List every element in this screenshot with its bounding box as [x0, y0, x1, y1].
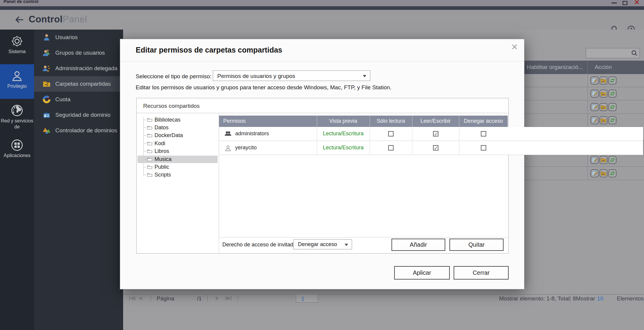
folder-permissions-action-button[interactable] [599, 156, 608, 164]
search-icon [631, 50, 638, 56]
tree-item-dockerdata[interactable]: DockerData [137, 132, 218, 139]
solo-lectura-checkbox[interactable] [388, 145, 394, 151]
sync-action-button[interactable] [608, 90, 617, 98]
perm-column-header: Vista previa [317, 118, 370, 124]
menu-item-label: Usuarios [55, 34, 78, 41]
dialog-close-icon[interactable]: ✕ [511, 42, 518, 52]
menu-item-label: Seguridad de dominio [55, 112, 111, 118]
apply-button[interactable]: Aplicar [394, 266, 450, 280]
sync-action-button[interactable] [608, 156, 617, 164]
top-dark-strip [0, 6, 644, 10]
menu-item-seguridad-de-dominio[interactable]: Seguridad de dominio [34, 107, 123, 123]
column-divider [588, 61, 588, 180]
edit-action-button[interactable] [591, 76, 599, 85]
page-label: Página [157, 295, 174, 302]
edit-action-button[interactable] [591, 169, 599, 177]
next-page-icon[interactable] [216, 296, 219, 300]
sync-action-button[interactable] [608, 76, 617, 85]
edit-action-button[interactable] [591, 116, 599, 124]
page-size-value[interactable]: 10 [597, 295, 603, 302]
divider [412, 127, 412, 141]
folder-icon [147, 141, 152, 146]
rail-item-sistema[interactable]: Sistema [0, 30, 34, 64]
perm-preview-value: Lectura/Escritura [317, 131, 370, 137]
folder-permissions-action-button[interactable] [599, 169, 608, 177]
minimize-icon[interactable] [611, 2, 617, 4]
tree-connector [143, 120, 146, 120]
page-number-value: 1 [301, 296, 305, 302]
dialog-description: Editar los permisos de usuarios y grupos… [136, 84, 391, 91]
tree-item-label: Musica [155, 156, 172, 162]
user-icon [224, 145, 232, 151]
remove-button[interactable]: Quitar [449, 239, 504, 251]
page-total: /1 [197, 295, 202, 302]
denegar-acceso-checkbox[interactable] [481, 131, 486, 136]
menu-item-usuarios[interactable]: Usuarios [34, 30, 123, 45]
menu-item-grupos-de-usuarios[interactable]: Grupos de usuarios [34, 45, 123, 61]
guest-access-label: Derecho de acceso de invitado: [222, 242, 298, 248]
denegar-acceso-checkbox[interactable] [481, 145, 486, 151]
folder-tree: BibliotecasDatosDockerDataKodiLibrosMusi… [137, 113, 219, 254]
divider [459, 141, 459, 155]
tree-item-scripts[interactable]: Scripts [137, 171, 218, 179]
perm-row-administrators[interactable]: administratorsLectura/Escritura [219, 127, 643, 141]
back-arrow-icon[interactable] [15, 15, 24, 24]
sync-action-button[interactable] [608, 169, 617, 177]
rail-item-aplicaciones[interactable]: Aplicaciones [0, 133, 34, 168]
menu-item-cuota[interactable]: Cuota [34, 92, 123, 107]
divider [317, 116, 317, 127]
menu-item-label: Carpetas compartidas [55, 81, 111, 87]
tree-item-musica[interactable]: Musica [137, 156, 218, 163]
maximize-icon[interactable] [622, 1, 628, 5]
tree-item-datos[interactable]: Datos [137, 124, 218, 131]
users-icon [42, 49, 51, 57]
tree-item-kodi[interactable]: Kodi [137, 140, 218, 147]
tree-connector [143, 135, 146, 136]
close-window-icon[interactable]: ✕ [634, 0, 640, 6]
sync-action-button[interactable] [608, 116, 617, 124]
menu-item-controlador-de-dominios[interactable]: Controlador de dominios [34, 123, 123, 138]
folder-permissions-action-button[interactable] [599, 116, 608, 124]
folder-icon [147, 172, 152, 177]
guest-access-select[interactable]: Denegar acceso [293, 239, 352, 249]
chevron-down-icon [345, 244, 348, 246]
window-title: Panel de control [4, 0, 39, 4]
divider [207, 295, 208, 302]
apps-icon [11, 139, 23, 151]
show-label: Mostrar [576, 295, 595, 302]
background-search-input[interactable] [586, 48, 640, 58]
leer-escribir-checkbox[interactable] [433, 145, 438, 151]
permission-type-select[interactable]: Permisos de usuarios y grupos [213, 70, 370, 81]
folder-permissions-action-button[interactable] [599, 90, 608, 98]
perm-row-yeraycito[interactable]: yeraycitoLectura/Escritura [219, 141, 643, 155]
edit-action-button[interactable] [591, 103, 599, 111]
solo-lectura-checkbox[interactable] [388, 131, 394, 136]
tree-item-libros[interactable]: Libros [137, 148, 218, 155]
tree-connector [143, 159, 146, 159]
divider [412, 141, 412, 155]
folder-permissions-action-button[interactable] [599, 76, 608, 85]
rail-item-red-servicios[interactable]: Red y servicios de [0, 99, 34, 133]
prev-page-icon[interactable] [139, 296, 142, 300]
menu-item-administracion-delegada[interactable]: Administración delegada [34, 61, 123, 76]
page-number-input[interactable]: 1 [296, 294, 318, 303]
sync-action-button[interactable] [608, 103, 617, 111]
divider [412, 116, 412, 127]
tree-item-bibliotecas[interactable]: Bibliotecas [137, 116, 218, 124]
leer-escribir-checkbox[interactable] [433, 131, 438, 136]
add-button[interactable]: Añadir [391, 239, 445, 251]
edit-action-button[interactable] [591, 90, 599, 98]
first-page-icon[interactable] [129, 296, 135, 300]
perm-column-header: Denegar acceso [459, 118, 508, 124]
divider [570, 295, 570, 302]
delegate-icon [42, 64, 51, 73]
last-page-icon[interactable] [225, 296, 232, 300]
tree-connector [143, 175, 146, 175]
menu-item-carpetas-compartidas[interactable]: Carpetas compartidas [34, 76, 123, 92]
folder-permissions-action-button[interactable] [599, 103, 608, 111]
menu-item-label: Administración delegada [55, 65, 117, 72]
close-button[interactable]: Cerrar [454, 266, 509, 280]
edit-action-button[interactable] [591, 156, 599, 164]
tree-item-public[interactable]: Public [137, 163, 218, 171]
rail-item-privilegio[interactable]: Privilegio [0, 64, 34, 99]
